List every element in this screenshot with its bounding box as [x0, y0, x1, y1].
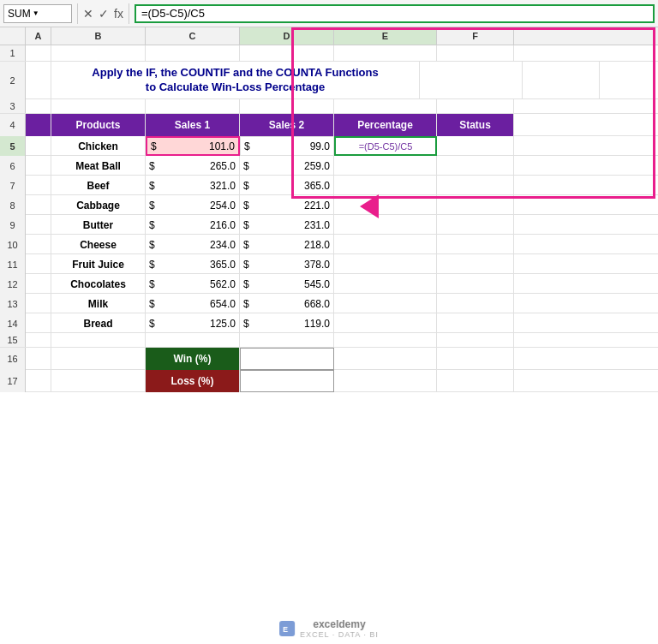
cell-c7[interactable]: $321.0	[146, 176, 240, 195]
cell-a2[interactable]	[26, 62, 51, 99]
cell-c10[interactable]: $234.0	[146, 235, 240, 254]
cell-f2[interactable]	[523, 62, 600, 99]
cell-f9[interactable]	[437, 215, 514, 235]
cell-e12[interactable]	[334, 274, 437, 294]
cell-b5[interactable]: Chicken	[51, 136, 146, 156]
cell-f16[interactable]	[437, 348, 514, 370]
cell-c1[interactable]	[146, 45, 240, 61]
cell-b6[interactable]: Meat Ball	[51, 156, 146, 176]
cell-c12[interactable]: $562.0	[146, 274, 240, 294]
cell-b16[interactable]	[51, 348, 146, 370]
cell-a11[interactable]	[26, 254, 51, 274]
cell-f7[interactable]	[437, 176, 514, 195]
dollar-d5: $	[241, 140, 252, 152]
cell-e14[interactable]	[334, 313, 437, 333]
cell-b7[interactable]: Beef	[51, 176, 146, 195]
cell-c11[interactable]: $365.0	[146, 254, 240, 274]
cell-a5[interactable]	[26, 136, 51, 156]
cell-a4[interactable]	[26, 114, 51, 136]
cell-a12[interactable]	[26, 274, 51, 294]
cell-b17[interactable]	[51, 370, 146, 392]
cell-c15[interactable]	[146, 333, 240, 347]
cell-f12[interactable]	[437, 274, 514, 294]
cell-e9[interactable]	[334, 215, 437, 235]
cell-e10[interactable]	[334, 235, 437, 254]
cell-c3[interactable]	[146, 99, 240, 113]
cell-b9[interactable]: Butter	[51, 215, 146, 235]
cell-e17[interactable]	[334, 370, 437, 392]
cell-d11[interactable]: $378.0	[240, 254, 334, 274]
cell-c9[interactable]: $216.0	[146, 215, 240, 235]
cell-d5[interactable]: $ 99.0	[240, 136, 334, 156]
cell-f1[interactable]	[437, 45, 514, 61]
cell-b1[interactable]	[51, 45, 146, 61]
cell-f17[interactable]	[437, 370, 514, 392]
cell-d12[interactable]: $545.0	[240, 274, 334, 294]
cell-b15[interactable]	[51, 333, 146, 347]
cell-a14[interactable]	[26, 313, 51, 333]
cell-d15[interactable]	[240, 333, 334, 347]
cell-f5[interactable]	[437, 136, 514, 156]
cell-b3[interactable]	[51, 99, 146, 113]
cell-b13[interactable]: Milk	[51, 294, 146, 313]
row-17: 17 Loss (%)	[0, 370, 658, 392]
cell-d3[interactable]	[240, 99, 334, 113]
cell-f8[interactable]	[437, 195, 514, 215]
cell-a7[interactable]	[26, 176, 51, 195]
cell-e2[interactable]	[420, 62, 523, 99]
cell-f14[interactable]	[437, 313, 514, 333]
cell-a13[interactable]	[26, 294, 51, 313]
cell-a1[interactable]	[26, 45, 51, 61]
cell-e16[interactable]	[334, 348, 437, 370]
cell-a16[interactable]	[26, 348, 51, 370]
cell-b2-merged[interactable]: Apply the IF, the COUNTIF and the COUNTA…	[51, 62, 420, 99]
cell-d8[interactable]: $221.0	[240, 195, 334, 215]
fx-icon[interactable]: fx	[114, 7, 123, 21]
cell-f3[interactable]	[437, 99, 514, 113]
cell-e7[interactable]	[334, 176, 437, 195]
cell-b10[interactable]: Cheese	[51, 235, 146, 254]
confirm-icon[interactable]: ✓	[99, 7, 109, 21]
cell-a9[interactable]	[26, 215, 51, 235]
cell-d6[interactable]: $259.0	[240, 156, 334, 176]
cell-c8[interactable]: $254.0	[146, 195, 240, 215]
cell-b11[interactable]: Fruit Juice	[51, 254, 146, 274]
cell-a17[interactable]	[26, 370, 51, 392]
cell-f6[interactable]	[437, 156, 514, 176]
cell-c5[interactable]: $ 101.0	[146, 136, 240, 156]
cell-d14[interactable]: $119.0	[240, 313, 334, 333]
cell-f11[interactable]	[437, 254, 514, 274]
formula-input[interactable]	[135, 4, 655, 23]
cell-e1[interactable]	[334, 45, 437, 61]
cell-e13[interactable]	[334, 294, 437, 313]
cell-b14[interactable]: Bread	[51, 313, 146, 333]
cell-f15[interactable]	[437, 333, 514, 347]
cell-c6[interactable]: $265.0	[146, 156, 240, 176]
cell-e15[interactable]	[334, 333, 437, 347]
cell-a15[interactable]	[26, 333, 51, 347]
cell-a8[interactable]	[26, 195, 51, 215]
cell-a6[interactable]	[26, 156, 51, 176]
cancel-icon[interactable]: ✕	[83, 7, 93, 21]
cell-d10[interactable]: $218.0	[240, 235, 334, 254]
cell-e3[interactable]	[334, 99, 437, 113]
cell-e5[interactable]: =(D5-C5)/C5	[334, 136, 437, 156]
cell-a10[interactable]	[26, 235, 51, 254]
win-value-cell[interactable]	[240, 348, 334, 370]
cell-a3[interactable]	[26, 99, 51, 113]
cell-e11[interactable]	[334, 254, 437, 274]
loss-value-cell[interactable]	[240, 370, 334, 392]
cell-d7[interactable]: $365.0	[240, 176, 334, 195]
cell-e6[interactable]	[334, 156, 437, 176]
cell-b8[interactable]: Cabbage	[51, 195, 146, 215]
cell-e8[interactable]	[334, 195, 437, 215]
name-box[interactable]: SUM ▼	[3, 4, 72, 23]
cell-c13[interactable]: $654.0	[146, 294, 240, 313]
cell-d13[interactable]: $668.0	[240, 294, 334, 313]
cell-f10[interactable]	[437, 235, 514, 254]
cell-b12[interactable]: Chocolates	[51, 274, 146, 294]
cell-f13[interactable]	[437, 294, 514, 313]
cell-d9[interactable]: $231.0	[240, 215, 334, 235]
cell-c14[interactable]: $125.0	[146, 313, 240, 333]
cell-d1[interactable]	[240, 45, 334, 61]
